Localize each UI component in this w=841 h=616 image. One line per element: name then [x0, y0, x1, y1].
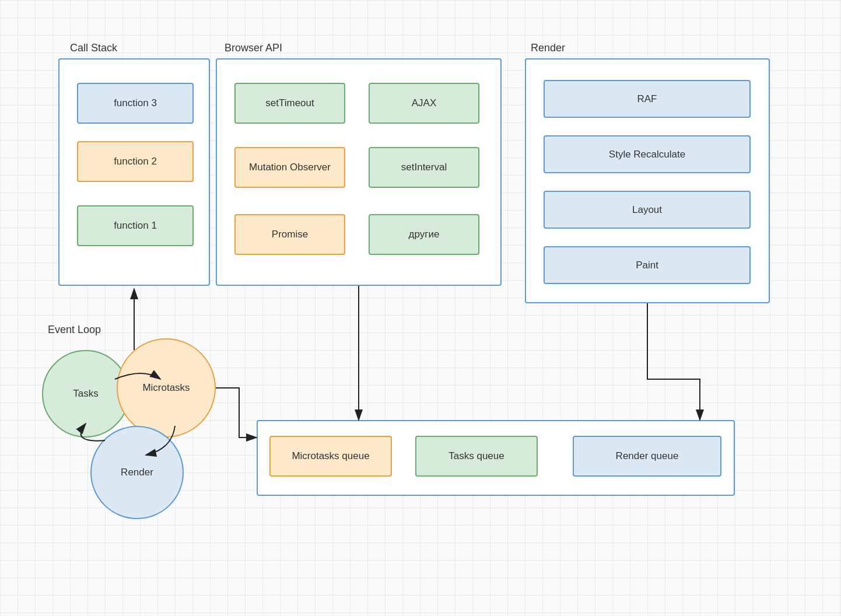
function-2-card: function 2 [77, 141, 194, 182]
paint-card: Paint [544, 246, 751, 284]
drugie-card: другие [369, 214, 479, 255]
render-queue-card: Render queue [573, 436, 721, 477]
microtasks-circle: Microtasks [117, 338, 216, 438]
mutation-observer-card: Mutation Observer [234, 147, 345, 188]
event-loop-label: Event Loop [48, 324, 101, 336]
tasks-circle: Tasks [42, 350, 129, 438]
settimeout-card: setTimeout [234, 83, 345, 124]
queue-box: Microtasks queue Tasks queue Render queu… [257, 420, 735, 496]
function-1-card: function 1 [77, 205, 194, 246]
tasks-queue-card: Tasks queue [415, 436, 538, 477]
render-circle: Render [90, 426, 184, 519]
render-label: Render [531, 42, 565, 54]
setinterval-card: setInterval [369, 147, 479, 188]
layout-card: Layout [544, 191, 751, 229]
browser-api-box: setTimeout AJAX Mutation Observer setInt… [216, 58, 502, 286]
call-stack-label: Call Stack [70, 42, 117, 54]
raf-card: RAF [544, 80, 751, 118]
promise-card: Promise [234, 214, 345, 255]
main-canvas: Call Stack Browser API Render Event Loop… [0, 0, 841, 616]
function-3-card: function 3 [77, 83, 194, 124]
ajax-card: AJAX [369, 83, 479, 124]
call-stack-box: function 3 function 2 function 1 [58, 58, 210, 286]
microtasks-queue-card: Microtasks queue [269, 436, 392, 477]
browser-api-label: Browser API [225, 42, 282, 54]
style-recalculate-card: Style Recalculate [544, 135, 751, 173]
render-box: RAF Style Recalculate Layout Paint [525, 58, 770, 303]
